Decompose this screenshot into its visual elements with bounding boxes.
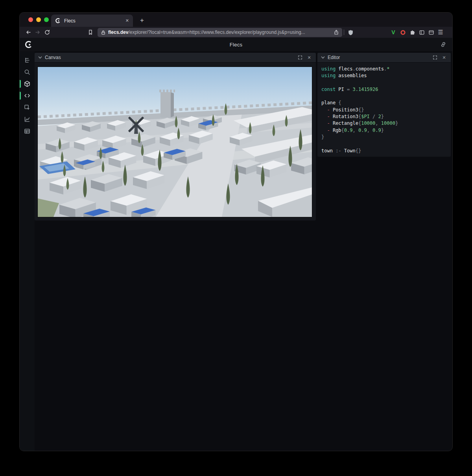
code-line (321, 141, 447, 147)
canvas-body (35, 63, 316, 217)
extension-v-icon[interactable]: V (389, 28, 398, 37)
sidebar (20, 51, 35, 451)
editor-panel-title: Editor (328, 55, 340, 60)
tab-favicon-flecs-logo-icon (55, 18, 61, 24)
close-icon[interactable]: ✕ (306, 54, 312, 61)
toolbar-divider (344, 30, 344, 35)
share-icon[interactable] (334, 30, 339, 35)
code-line (321, 93, 447, 100)
maximize-window-button[interactable] (44, 17, 49, 22)
traffic-lights (28, 17, 49, 22)
table-icon (24, 128, 31, 135)
chevron-down-icon[interactable] (321, 56, 325, 59)
app-body: Canvas ✕ (20, 51, 452, 451)
sidebar-item-data[interactable] (20, 125, 35, 137)
tab-close-icon[interactable]: ✕ (125, 18, 129, 23)
code-line: plane { (321, 100, 447, 106)
code-line: using assemblies (321, 72, 447, 79)
inspect-cursor-icon (24, 104, 31, 111)
cube-icon (24, 80, 31, 87)
minimize-window-button[interactable] (36, 17, 41, 22)
sidebar-item-search[interactable] (20, 66, 35, 78)
close-window-button[interactable] (28, 17, 33, 22)
navigation-bar: flecs.dev/explorer/?local=true&wasm=http… (20, 27, 452, 38)
bookmark-icon[interactable] (86, 28, 95, 37)
browser-window: Flecs ✕ + flecs.dev/explorer/?local=true… (20, 13, 452, 451)
expand-icon[interactable] (297, 54, 303, 61)
flecs-explorer-app: Flecs (20, 38, 452, 451)
canvas-panel: Canvas ✕ (35, 53, 316, 220)
page-title: Flecs (20, 42, 452, 48)
code-line: } (321, 134, 447, 141)
new-tab-button[interactable]: + (137, 15, 147, 26)
tab-flecs[interactable]: Flecs ✕ (51, 15, 133, 27)
code-line: - Rectangle{10000, 10000} (321, 120, 447, 127)
close-icon[interactable]: ✕ (441, 54, 447, 61)
extension-ring-icon[interactable] (398, 28, 407, 37)
app-header: Flecs (20, 38, 452, 51)
sidebar-item-inspect[interactable] (20, 102, 35, 113)
code-line: - Rotation3{$PI / 2} (321, 113, 447, 120)
lock-icon (101, 30, 106, 35)
url-domain: flecs.dev (108, 30, 128, 35)
back-button[interactable] (24, 28, 33, 37)
code-line: - Rgb{0.9, 0.9, 0.9} (321, 127, 447, 134)
code-line (321, 80, 447, 86)
code-line: const PI = 3.1415926 (321, 86, 447, 93)
sidebar-item-tree[interactable] (20, 54, 35, 66)
canvas-panel-header: Canvas ✕ (35, 53, 316, 63)
forward-button[interactable] (33, 28, 42, 37)
code-line: - Position3{} (321, 107, 447, 113)
sidebar-item-editor[interactable] (20, 90, 35, 102)
extensions-puzzle-icon[interactable] (407, 28, 417, 37)
editor-panel-header: Editor ✕ (317, 53, 451, 63)
tab-strip: Flecs ✕ + (20, 13, 452, 27)
editor-panel: Editor ✕ using flecs.components.*using a… (317, 53, 451, 157)
code-line: using flecs.components.* (321, 66, 447, 72)
url-path: /explorer/?local=true&wasm=https://www.f… (128, 30, 305, 35)
editor-code[interactable]: using flecs.components.*using assemblies… (317, 63, 451, 157)
canvas-panel-title: Canvas (45, 55, 61, 60)
chevron-down-icon[interactable] (38, 56, 42, 59)
sidebar-item-stats[interactable] (20, 113, 35, 125)
search-icon (24, 69, 31, 76)
sidebar-item-entities[interactable] (20, 78, 35, 90)
url-text: flecs.dev/explorer/?local=true&wasm=http… (108, 30, 331, 35)
tree-icon (24, 57, 31, 64)
reload-button[interactable] (42, 28, 52, 37)
chart-icon (24, 116, 31, 123)
menu-button[interactable]: ☰ (436, 28, 445, 37)
canvas-viewport-3d-scene[interactable] (38, 67, 312, 217)
expand-icon[interactable] (432, 54, 438, 61)
shield-icon[interactable] (346, 28, 355, 37)
panel-icon[interactable] (426, 28, 436, 37)
code-line: town :- Town{} (321, 148, 447, 154)
code-icon (24, 92, 31, 99)
url-bar[interactable]: flecs.dev/explorer/?local=true&wasm=http… (98, 28, 342, 37)
tab-title: Flecs (64, 18, 122, 24)
sidebar-toggle-icon[interactable] (417, 28, 426, 37)
